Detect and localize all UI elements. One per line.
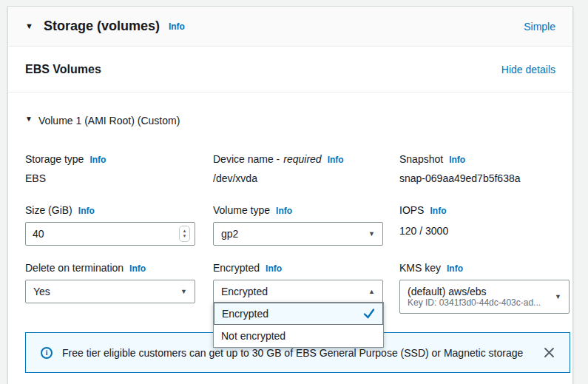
section-title: Storage (volumes) (44, 18, 160, 34)
volume-type-info-link[interactable]: Info (276, 206, 292, 216)
delete-on-termination-select[interactable]: Yes ▼ (25, 280, 195, 303)
banner-close-button[interactable] (544, 347, 555, 358)
kms-key-selected-value: (default) aws/ebs (408, 286, 541, 297)
encrypted-option-not-encrypted[interactable]: Not encrypted (214, 325, 383, 347)
snapshot-value: snap-069aa49ed7b5f638a (399, 172, 570, 184)
storage-type-label: Storage type (25, 153, 84, 165)
stepper-up-icon[interactable]: ▲ (183, 229, 187, 234)
size-field: Size (GiB) Info ▲ ▼ (25, 204, 195, 246)
chevron-down-icon: ▼ (180, 289, 187, 295)
device-name-value: /dev/xvda (213, 172, 383, 184)
chevron-up-icon: ▲ (368, 289, 375, 295)
section-header-storage-volumes: ▼ Storage (volumes) Info Simple (8, 7, 572, 47)
chevron-down-icon: ▼ (555, 294, 561, 300)
stepper-down-icon[interactable]: ▼ (183, 234, 187, 239)
volume-details-content: ▼ Volume 1 (AMI Root) (Custom) Storage t… (8, 92, 572, 383)
section-collapse-caret-icon[interactable]: ▼ (25, 22, 33, 30)
ebs-volumes-title: EBS Volumes (25, 63, 101, 76)
iops-value: 120 / 3000 (399, 225, 570, 237)
volume-type-field: Volume type Info gp2 ▼ (213, 204, 383, 246)
size-info-link[interactable]: Info (78, 206, 95, 216)
encrypted-field: Encrypted Info Encrypted ▲ (213, 262, 383, 303)
volume-type-selected-value: gp2 (221, 228, 238, 240)
hide-details-link[interactable]: Hide details (501, 64, 555, 75)
kms-key-label: KMS key (399, 262, 441, 274)
encrypted-info-link[interactable]: Info (266, 263, 282, 274)
encrypted-label: Encrypted (213, 262, 260, 274)
snapshot-info-link[interactable]: Info (449, 155, 465, 165)
free-tier-banner-text: Free tier eligible customers can get up … (62, 347, 534, 359)
volume-1-expander[interactable]: ▼ Volume 1 (AMI Root) (Custom) (25, 115, 180, 127)
volume-type-select[interactable]: gp2 ▼ (213, 222, 383, 246)
option-label: Not encrypted (221, 330, 285, 342)
kms-key-field: KMS key Info (default) aws/ebs Key ID: 0… (399, 262, 570, 314)
kms-key-info-link[interactable]: Info (447, 263, 463, 274)
simple-mode-link[interactable]: Simple (524, 21, 555, 33)
size-stepper[interactable]: ▲ ▼ (179, 226, 190, 242)
volume-type-label: Volume type (213, 204, 270, 216)
encrypted-selected-value: Encrypted (221, 286, 268, 297)
volume-title: Volume 1 (AMI Root) (Custom) (38, 115, 180, 127)
device-name-field: Device name - required Info /dev/xvda (213, 153, 383, 184)
info-circle-icon: i (41, 347, 53, 359)
chevron-down-icon: ▼ (368, 231, 375, 238)
close-icon (544, 347, 555, 358)
storage-type-field: Storage type Info EBS (25, 153, 195, 184)
size-label: Size (GiB) (25, 204, 72, 216)
iops-info-link[interactable]: Info (430, 206, 446, 216)
check-icon (363, 309, 375, 319)
size-input[interactable] (25, 222, 195, 246)
storage-type-info-link[interactable]: Info (89, 155, 106, 165)
iops-label: IOPS (399, 204, 424, 216)
device-name-info-link[interactable]: Info (328, 155, 344, 165)
ebs-volumes-header: EBS Volumes Hide details (8, 47, 572, 92)
kms-key-id-detail: Key ID: 0341f3d0-44dc-403c-ad... (408, 297, 541, 308)
delete-on-termination-label: Delete on termination (25, 262, 124, 274)
encrypted-dropdown-list: Encrypted Not encrypted (213, 302, 384, 348)
volume-collapse-caret-icon[interactable]: ▼ (25, 115, 33, 123)
device-name-required-label: required (283, 153, 321, 165)
kms-key-select[interactable]: (default) aws/ebs Key ID: 0341f3d0-44dc-… (399, 280, 570, 314)
iops-field: IOPS Info 120 / 3000 (399, 204, 570, 237)
snapshot-label: Snapshot (399, 153, 443, 165)
storage-volumes-panel: ▼ Storage (volumes) Info Simple EBS Volu… (7, 6, 573, 384)
encrypted-select[interactable]: Encrypted ▲ (213, 280, 383, 303)
device-name-label: Device name - (213, 153, 280, 165)
delete-on-termination-info-link[interactable]: Info (129, 263, 146, 274)
section-info-link[interactable]: Info (169, 21, 185, 32)
encrypted-option-encrypted[interactable]: Encrypted (214, 303, 383, 325)
delete-on-termination-field: Delete on termination Info Yes ▼ (25, 262, 195, 303)
option-label: Encrypted (222, 308, 268, 320)
storage-type-value: EBS (25, 172, 195, 184)
delete-on-termination-selected-value: Yes (33, 286, 50, 297)
snapshot-field: Snapshot Info snap-069aa49ed7b5f638a (399, 153, 570, 184)
